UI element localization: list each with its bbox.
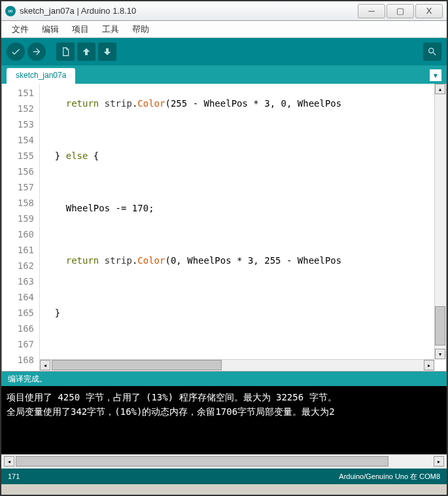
- minimize-button[interactable]: ─: [358, 4, 385, 18]
- upload-button[interactable]: [27, 43, 46, 61]
- menu-tools[interactable]: 工具: [97, 22, 124, 37]
- check-icon: [10, 46, 21, 57]
- console-horizontal-scrollbar[interactable]: ◂ ▸: [1, 454, 447, 469]
- maximize-button[interactable]: ▢: [387, 4, 414, 18]
- code-text-area[interactable]: return strip.Color(255 - WheelPos * 3, 0…: [40, 84, 446, 371]
- tab-sketch[interactable]: sketch_jan07a: [7, 68, 75, 84]
- open-button[interactable]: [77, 43, 95, 61]
- scroll-down-arrow[interactable]: ▾: [435, 349, 445, 359]
- menu-sketch[interactable]: 项目: [67, 22, 94, 37]
- serial-monitor-button[interactable]: [423, 43, 441, 61]
- arrow-right-icon: [31, 46, 42, 57]
- scroll-thumb-vertical[interactable]: [435, 306, 445, 345]
- editor-vertical-scrollbar[interactable]: ▴ ▾: [434, 84, 446, 359]
- menu-edit[interactable]: 编辑: [37, 22, 64, 37]
- menu-help[interactable]: 帮助: [127, 22, 154, 37]
- toolbar: [1, 38, 447, 65]
- editor-horizontal-scrollbar[interactable]: ◂ ▸: [40, 359, 434, 371]
- tab-bar: sketch_jan07a ▼: [1, 65, 447, 84]
- save-button[interactable]: [98, 43, 116, 61]
- arduino-icon: [5, 6, 16, 16]
- console-line: 全局变量使用了342字节，(16%)的动态内存，余留1706字节局部变量。最大为…: [7, 404, 441, 419]
- console-line: 项目使用了 4250 字节，占用了 (13%) 程序存储空间。最大为 32256…: [7, 390, 441, 404]
- statusbar: 171 Arduino/Genuino Uno 在 COM8: [1, 469, 447, 484]
- line-number-gutter: 151 152 153 154 155 156 157 158 159 160 …: [2, 84, 40, 371]
- file-icon: [60, 46, 71, 57]
- menubar: 文件 编辑 项目 工具 帮助: [1, 21, 447, 38]
- verify-button[interactable]: [7, 43, 25, 61]
- scroll-left-arrow[interactable]: ◂: [4, 456, 14, 467]
- arrow-down-icon: [102, 46, 112, 57]
- arrow-up-icon: [81, 46, 92, 57]
- window-title: sketch_jan07a | Arduino 1.8.10: [20, 6, 356, 16]
- menu-file[interactable]: 文件: [7, 22, 34, 37]
- tab-menu-dropdown[interactable]: ▼: [430, 69, 441, 81]
- code-editor[interactable]: 151 152 153 154 155 156 157 158 159 160 …: [1, 84, 447, 372]
- magnifier-icon: [427, 46, 438, 57]
- scroll-thumb-horizontal[interactable]: [52, 360, 222, 370]
- cursor-line-number: 171: [8, 472, 339, 480]
- scroll-thumb-horizontal[interactable]: [16, 456, 388, 467]
- output-console[interactable]: 项目使用了 4250 字节，占用了 (13%) 程序存储空间。最大为 32256…: [1, 386, 447, 454]
- close-button[interactable]: X: [415, 4, 443, 18]
- new-button[interactable]: [56, 43, 75, 61]
- compile-status: 编译完成。: [1, 372, 447, 386]
- board-port-info: Arduino/Genuino Uno 在 COM8: [339, 472, 440, 482]
- scroll-right-arrow[interactable]: ▸: [434, 456, 444, 467]
- scroll-up-arrow[interactable]: ▴: [435, 84, 445, 94]
- scroll-left-arrow[interactable]: ◂: [40, 360, 50, 370]
- window-titlebar: sketch_jan07a | Arduino 1.8.10 ─ ▢ X: [1, 1, 447, 21]
- scroll-right-arrow[interactable]: ▸: [424, 360, 434, 370]
